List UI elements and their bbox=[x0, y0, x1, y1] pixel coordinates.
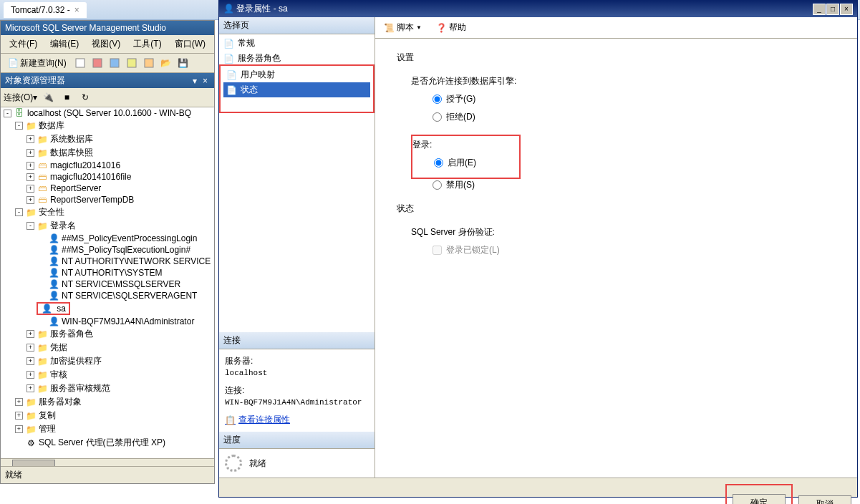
expand-icon[interactable]: + bbox=[26, 344, 34, 352]
minimize-button[interactable]: _ bbox=[813, 4, 826, 15]
toolbar-btn-4[interactable] bbox=[124, 55, 140, 71]
tree-sys-databases[interactable]: + 📁 系统数据库 bbox=[1, 132, 214, 146]
folder-icon: 📁 bbox=[25, 411, 37, 421]
enabled-radio[interactable] bbox=[434, 158, 443, 168]
tree-server-objects[interactable]: + 📁 服务器对象 bbox=[1, 395, 214, 409]
page-server-roles[interactable]: 📄 服务器角色 bbox=[221, 51, 373, 66]
svg-rect-1 bbox=[93, 59, 102, 67]
expand-icon[interactable]: + bbox=[26, 185, 34, 193]
tree-db2[interactable]: + 🗃 magicflu20141016file bbox=[1, 171, 214, 183]
tree-db1[interactable]: + 🗃 magicflu20141016 bbox=[1, 160, 214, 171]
cancel-button[interactable]: 取消 bbox=[798, 495, 851, 504]
toolbar-open[interactable]: 📂 bbox=[158, 55, 174, 71]
page-status[interactable]: 📄 状态 bbox=[223, 82, 370, 97]
tree-login-2[interactable]: 👤 ##MS_PolicyTsqlExecutionLogin# bbox=[1, 244, 214, 256]
server-label: 服务器: bbox=[225, 355, 369, 367]
toolbar-save[interactable]: 💾 bbox=[175, 55, 191, 71]
tree-login-3[interactable]: 👤 NT AUTHORITY\NETWORK SERVICE bbox=[1, 256, 214, 267]
collapse-icon[interactable]: - bbox=[15, 208, 23, 216]
browser-tab[interactable]: Tomcat/7.0.32 - × bbox=[4, 2, 87, 18]
tree-db4[interactable]: + 🗃 ReportServerTempDB bbox=[1, 194, 214, 205]
tree-server-roles[interactable]: + 📁 服务器角色 bbox=[1, 327, 214, 341]
script-button[interactable]: 📜 脚本 ▼ bbox=[381, 20, 425, 35]
tree-management[interactable]: + 📁 管理 bbox=[1, 422, 214, 436]
tree-credentials[interactable]: + 📁 凭据 bbox=[1, 341, 214, 354]
dialog-title-bar[interactable]: 👤 登录属性 - sa _ □ × bbox=[219, 1, 857, 17]
menu-edit[interactable]: 编辑(E) bbox=[44, 37, 84, 52]
object-explorer-tree[interactable]: - 🗄 localhost (SQL Server 10.0.1600 - WI… bbox=[1, 107, 214, 458]
expand-icon[interactable]: + bbox=[26, 330, 34, 338]
tree-login-6[interactable]: 👤 NT SERVICE\SQLSERVERAGENT bbox=[1, 290, 214, 301]
toolbar-btn-1[interactable] bbox=[72, 55, 88, 71]
ok-button[interactable]: 确定 bbox=[733, 494, 786, 504]
collapse-icon[interactable]: - bbox=[4, 110, 11, 117]
user-icon: 👤 bbox=[48, 279, 59, 289]
ok-highlight-box: 确定 bbox=[725, 484, 793, 504]
collapse-icon[interactable]: - bbox=[26, 222, 34, 230]
tree-login-sa[interactable]: 👤 sa bbox=[1, 301, 214, 316]
connect-icon-1[interactable]: 🔌 bbox=[40, 89, 56, 105]
expand-icon[interactable]: + bbox=[26, 357, 34, 365]
connect-icon-2[interactable]: ■ bbox=[59, 89, 74, 105]
maximize-button[interactable]: □ bbox=[826, 4, 839, 15]
tree-login-1[interactable]: 👤 ##MS_PolicyEventProcessingLogin bbox=[1, 233, 214, 244]
close-tab-icon[interactable]: × bbox=[74, 5, 79, 15]
menu-tools[interactable]: 工具(T) bbox=[127, 37, 167, 52]
progress-header: 进度 bbox=[219, 432, 375, 449]
connect-button[interactable]: 连接(O)▾ bbox=[4, 92, 37, 104]
view-connection-props-link[interactable]: 📋 查看连接属性 bbox=[225, 414, 369, 426]
menu-window[interactable]: 窗口(W) bbox=[169, 37, 211, 52]
menu-file[interactable]: 文件(F) bbox=[4, 37, 43, 52]
tree-security[interactable]: - 📁 安全性 bbox=[1, 205, 214, 219]
tree-login-4[interactable]: 👤 NT AUTHORITY\SYSTEM bbox=[1, 267, 214, 278]
disabled-radio[interactable] bbox=[433, 180, 442, 190]
tree-login-7[interactable]: 👤 WIN-BQF7M9J1A4N\Administrator bbox=[1, 316, 214, 327]
radio-disabled[interactable]: 禁用(S) bbox=[433, 179, 836, 191]
tree-db-snapshot[interactable]: + 📁 数据库快照 bbox=[1, 146, 214, 160]
tree-server[interactable]: - 🗄 localhost (SQL Server 10.0.1600 - WI… bbox=[1, 107, 214, 119]
panel-close-icon[interactable]: × bbox=[200, 76, 210, 86]
expand-icon[interactable]: + bbox=[26, 162, 34, 170]
tree-sql-agent[interactable]: ⚙ SQL Server 代理(已禁用代理 XP) bbox=[1, 436, 214, 450]
tree-audits[interactable]: + 📁 审核 bbox=[1, 368, 214, 382]
deny-radio[interactable] bbox=[433, 112, 442, 122]
collapse-icon[interactable]: - bbox=[15, 122, 23, 130]
server-icon: 🗄 bbox=[14, 108, 25, 118]
expand-icon[interactable]: + bbox=[15, 425, 23, 433]
tree-crypto-providers[interactable]: + 📁 加密提供程序 bbox=[1, 354, 214, 368]
page-list: 📄 常规 📄 服务器角色 📄 用户映射 📄 状态 bbox=[219, 34, 375, 113]
close-button[interactable]: × bbox=[840, 4, 853, 15]
page-user-mapping[interactable]: 📄 用户映射 bbox=[223, 67, 370, 82]
tree-databases[interactable]: - 📁 数据库 bbox=[1, 119, 214, 132]
toolbar-btn-2[interactable] bbox=[90, 55, 105, 71]
page-general[interactable]: 📄 常规 bbox=[221, 36, 373, 51]
radio-enabled[interactable]: 启用(E) bbox=[434, 157, 476, 169]
expand-icon[interactable]: + bbox=[26, 149, 34, 157]
expand-icon[interactable]: + bbox=[15, 398, 23, 406]
user-icon: 👤 bbox=[48, 245, 59, 255]
tree-logins[interactable]: - 📁 登录名 bbox=[1, 219, 214, 233]
new-query-button[interactable]: 📄 新建查询(N) bbox=[4, 56, 71, 71]
expand-icon[interactable]: + bbox=[26, 384, 34, 392]
toolbar-btn-3[interactable] bbox=[107, 55, 122, 71]
expand-icon[interactable]: + bbox=[26, 196, 34, 204]
tree-db3[interactable]: + 🗃 ReportServer bbox=[1, 183, 214, 194]
locked-checkbox bbox=[433, 246, 442, 255]
radio-deny[interactable]: 拒绝(D) bbox=[433, 111, 836, 123]
tree-replication[interactable]: + 📁 复制 bbox=[1, 409, 214, 422]
tree-login-5[interactable]: 👤 NT SERVICE\MSSQLSERVER bbox=[1, 278, 214, 290]
pin-icon[interactable]: ▾ bbox=[190, 76, 199, 86]
refresh-icon[interactable]: ↻ bbox=[77, 89, 93, 105]
expand-icon[interactable]: + bbox=[15, 412, 23, 420]
folder-icon: 📁 bbox=[37, 221, 48, 231]
grant-radio[interactable] bbox=[433, 94, 442, 104]
help-button[interactable]: ❓ 帮助 bbox=[433, 20, 469, 35]
tree-server-audit-spec[interactable]: + 📁 服务器审核规范 bbox=[1, 382, 214, 395]
expand-icon[interactable]: + bbox=[26, 173, 34, 181]
expand-icon[interactable]: + bbox=[26, 135, 34, 143]
radio-grant[interactable]: 授予(G) bbox=[433, 93, 836, 105]
folder-icon: 📁 bbox=[25, 425, 37, 435]
toolbar-btn-5[interactable] bbox=[141, 55, 157, 71]
menu-view[interactable]: 视图(V) bbox=[86, 37, 126, 52]
expand-icon[interactable]: + bbox=[26, 371, 34, 379]
